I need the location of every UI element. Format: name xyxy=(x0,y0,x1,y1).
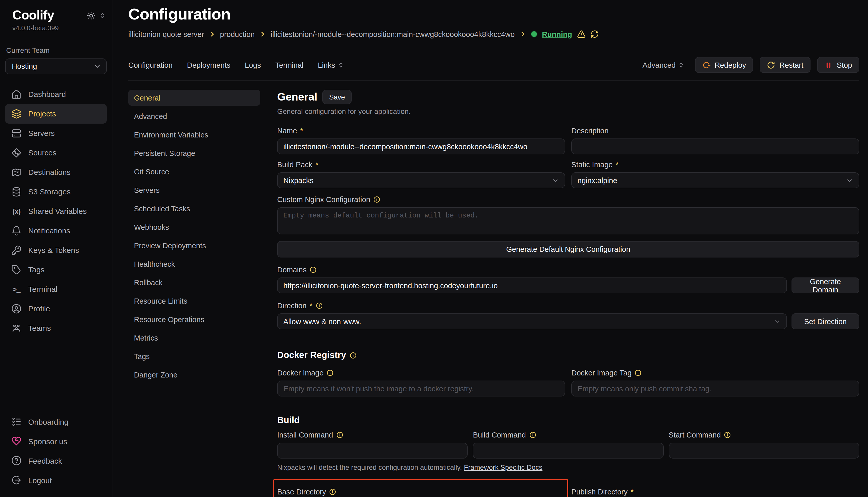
required-marker: * xyxy=(309,302,312,310)
description-input[interactable] xyxy=(571,139,859,154)
install-command-input[interactable] xyxy=(277,443,468,458)
layers-icon xyxy=(11,109,22,119)
start-command-label: Start Command xyxy=(669,431,721,439)
build-command-input[interactable] xyxy=(473,443,664,458)
tag-icon xyxy=(11,265,22,275)
tab-terminal[interactable]: Terminal xyxy=(275,61,304,69)
sidebar-item-projects[interactable]: Projects xyxy=(5,104,107,123)
subnav-item-resource-operations[interactable]: Resource Operations xyxy=(128,311,260,327)
build-pack-value: Nixpacks xyxy=(283,176,314,184)
subnav-item-scheduled-tasks[interactable]: Scheduled Tasks xyxy=(128,201,260,216)
sidebar-item-sources[interactable]: Sources xyxy=(5,143,107,162)
subnav-item-persistent-storage[interactable]: Persistent Storage xyxy=(128,145,260,161)
sidebar-item-dashboard[interactable]: Dashboard xyxy=(5,84,107,104)
sidebar-item-logout[interactable]: Logout xyxy=(5,470,107,490)
set-direction-button[interactable]: Set Direction xyxy=(791,313,859,329)
info-icon[interactable] xyxy=(529,431,536,439)
static-image-select[interactable]: nginx:alpine xyxy=(571,172,859,188)
docker-image-label: Docker Image xyxy=(277,369,323,377)
redeploy-label: Redeploy xyxy=(715,61,746,69)
tab-links[interactable]: Links xyxy=(318,61,344,69)
restart-button[interactable]: Restart xyxy=(760,57,811,73)
theme-sun-icon[interactable] xyxy=(87,11,95,20)
page-title: Configuration xyxy=(128,5,859,24)
map-icon xyxy=(11,167,22,177)
breadcrumb-project[interactable]: illicitonion quote server xyxy=(128,30,204,38)
domains-input[interactable] xyxy=(277,278,787,293)
chevron-down-icon xyxy=(93,62,101,70)
sidebar-item-tags[interactable]: Tags xyxy=(5,260,107,279)
advanced-menu[interactable]: Advanced xyxy=(643,61,684,69)
team-select[interactable]: Hosting xyxy=(5,58,107,74)
stop-button[interactable]: Stop xyxy=(817,57,859,73)
subnav-item-servers[interactable]: Servers xyxy=(128,182,260,198)
status-running-link[interactable]: Running xyxy=(542,30,572,38)
info-icon[interactable] xyxy=(336,431,343,439)
subnav-item-metrics[interactable]: Metrics xyxy=(128,330,260,346)
sidebar-item-sponsor-us[interactable]: Sponsor us xyxy=(5,431,107,451)
docker-image-tag-input[interactable] xyxy=(571,381,859,396)
warning-triangle-icon[interactable] xyxy=(577,30,585,39)
subnav-item-tags[interactable]: Tags xyxy=(128,348,260,364)
current-team-label: Current Team xyxy=(5,46,107,54)
generate-nginx-config-button[interactable]: Generate Default Nginx Configuration xyxy=(277,241,859,257)
sidebar-item-label: Onboarding xyxy=(28,417,69,426)
sidebar-item-feedback[interactable]: Feedback xyxy=(5,451,107,470)
info-icon[interactable] xyxy=(724,431,731,439)
subnav-item-healthcheck[interactable]: Healthcheck xyxy=(128,256,260,272)
subnav-item-rollback[interactable]: Rollback xyxy=(128,274,260,290)
name-input[interactable] xyxy=(277,139,565,154)
base-directory-label: Base Directory xyxy=(277,488,326,496)
subnav-item-general[interactable]: General xyxy=(128,90,260,106)
docker-image-input[interactable] xyxy=(277,381,565,396)
subnav-item-webhooks[interactable]: Webhooks xyxy=(128,219,260,235)
direction-select[interactable]: Allow www & non-www. xyxy=(277,313,787,329)
custom-nginx-label: Custom Nginx Configuration xyxy=(277,195,370,204)
bell-icon xyxy=(11,225,22,236)
info-icon[interactable] xyxy=(309,266,317,273)
sidebar-item-profile[interactable]: Profile xyxy=(5,299,107,318)
breadcrumb-application[interactable]: illicitestonion/-module--decomposition:m… xyxy=(271,30,514,38)
sidebar-item-shared-variables[interactable]: (x) Shared Variables xyxy=(5,201,107,221)
generate-domain-button[interactable]: Generate Domain xyxy=(791,278,859,293)
direction-value: Allow www & non-www. xyxy=(283,317,361,325)
refresh-icon[interactable] xyxy=(590,30,599,39)
sidebar-item-s3-storages[interactable]: S3 Storages xyxy=(5,182,107,201)
tab-configuration[interactable]: Configuration xyxy=(128,61,173,69)
sidebar-item-notifications[interactable]: Notifications xyxy=(5,221,107,240)
sidebar-item-destinations[interactable]: Destinations xyxy=(5,162,107,182)
settings-subnav: General Advanced Environment Variables P… xyxy=(128,90,260,497)
sidebar-item-servers[interactable]: Servers xyxy=(5,123,107,143)
section-heading-general: General xyxy=(277,91,317,103)
info-icon[interactable] xyxy=(316,302,323,309)
tab-deployments[interactable]: Deployments xyxy=(187,61,231,69)
breadcrumb-environment[interactable]: production xyxy=(220,30,254,38)
restart-label: Restart xyxy=(780,61,803,69)
subnav-item-danger-zone[interactable]: Danger Zone xyxy=(128,367,260,383)
info-icon[interactable] xyxy=(327,369,334,377)
info-icon[interactable] xyxy=(373,196,381,203)
info-icon[interactable] xyxy=(635,369,642,377)
sidebar-item-onboarding[interactable]: Onboarding xyxy=(5,412,107,431)
subnav-item-environment-variables[interactable]: Environment Variables xyxy=(128,127,260,143)
database-icon xyxy=(11,186,22,197)
framework-docs-link[interactable]: Framework Specific Docs xyxy=(464,464,542,471)
info-icon[interactable] xyxy=(349,352,357,359)
subnav-item-git-source[interactable]: Git Source xyxy=(128,164,260,180)
subnav-item-advanced[interactable]: Advanced xyxy=(128,108,260,124)
sidebar-item-teams[interactable]: Teams xyxy=(5,318,107,338)
sidebar-item-terminal[interactable]: >_ Terminal xyxy=(5,279,107,299)
theme-chevrons-up-down-icon[interactable] xyxy=(99,12,106,19)
subnav-item-resource-limits[interactable]: Resource Limits xyxy=(128,293,260,309)
info-icon[interactable] xyxy=(329,488,336,495)
sidebar-item-keys-tokens[interactable]: Keys & Tokens xyxy=(5,240,107,260)
build-pack-select[interactable]: Nixpacks xyxy=(277,172,565,188)
stop-pause-icon xyxy=(824,61,832,69)
chevron-right-icon xyxy=(209,31,215,38)
redeploy-button[interactable]: Redeploy xyxy=(695,57,753,73)
save-button[interactable]: Save xyxy=(322,90,352,104)
tab-logs[interactable]: Logs xyxy=(245,61,261,69)
custom-nginx-textarea[interactable] xyxy=(277,207,859,235)
start-command-input[interactable] xyxy=(669,443,859,458)
subnav-item-preview-deployments[interactable]: Preview Deployments xyxy=(128,238,260,253)
